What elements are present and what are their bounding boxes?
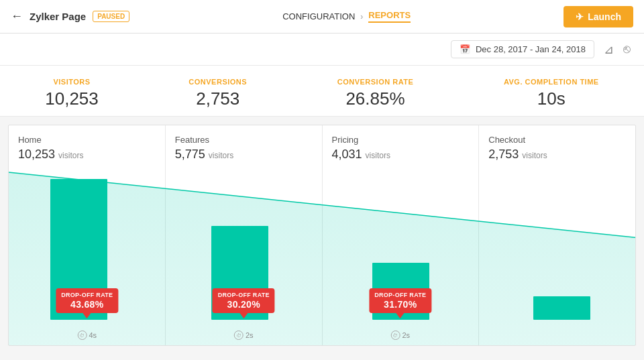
metric-value: 2,753 [189,88,247,109]
launch-icon: ✈ [576,11,584,22]
metric-label: AVG. COMPLETION TIME [504,78,599,86]
metric-conversion-rate: CONVERSION RATE 26.85% [337,78,414,109]
stage-pricing: Pricing 4,031 visitors [323,125,480,345]
metric-label: VISITORS [45,78,99,86]
metric-conversions: CONVERSIONS 2,753 [189,78,247,109]
stage-visitors: 5,775 visitors [175,147,313,162]
stage-name: Home [18,135,156,145]
header: ← Zylker Page PAUSED CONFIGURATION › REP… [0,0,644,34]
launch-label: Launch [588,11,621,22]
header-right: ✈ Launch [564,6,633,27]
metric-label: CONVERSION RATE [337,78,414,86]
stage-name: Pricing [332,135,470,145]
metric-label: CONVERSIONS [189,78,247,86]
date-bar: 📅 Dec 28, 2017 - Jan 24, 2018 ⊿ ⎋ [0,34,644,66]
metric-value: 26.85% [337,88,414,109]
paused-badge: PAUSED [93,11,129,22]
metric-value: 10,253 [45,88,99,109]
stage-features: Features 5,775 visitors [166,125,323,345]
metric-avg.-completion-time: AVG. COMPLETION TIME 10s [504,78,599,109]
metric-value: 10s [504,88,599,109]
date-range-picker[interactable]: 📅 Dec 28, 2017 - Jan 24, 2018 [451,40,594,58]
stage-checkout: Checkout 2,753 visitors [479,125,635,345]
header-nav: CONFIGURATION › REPORTS [282,10,411,23]
date-range-label: Dec 28, 2017 - Jan 24, 2018 [476,44,586,54]
stages-row: Home 10,253 visitors Features 5,775 visi… [9,125,635,345]
stage-name: Checkout [488,135,626,145]
stage-visitors: 4,031 visitors [332,147,470,162]
page-title: Zylker Page [30,11,86,22]
stage-visitors: 10,253 visitors [18,147,156,162]
filter-icon[interactable]: ⊿ [604,42,614,57]
metrics-bar: VISITORS 10,253 CONVERSIONS 2,753 CONVER… [0,66,644,117]
header-left: ← Zylker Page PAUSED [11,9,129,23]
chart-area: Home 10,253 visitors Features 5,775 visi… [8,125,636,346]
stage-visitors: 2,753 visitors [488,147,626,162]
back-button[interactable]: ← [11,9,23,23]
launch-button[interactable]: ✈ Launch [564,6,633,27]
nav-reports[interactable]: REPORTS [368,10,411,23]
metric-visitors: VISITORS 10,253 [45,78,99,109]
nav-configuration[interactable]: CONFIGURATION [282,11,355,21]
nav-separator: › [360,12,363,21]
stage-name: Features [175,135,313,145]
stage-home: Home 10,253 visitors [9,125,166,345]
share-icon[interactable]: ⎋ [623,42,631,56]
calendar-icon: 📅 [460,44,470,54]
